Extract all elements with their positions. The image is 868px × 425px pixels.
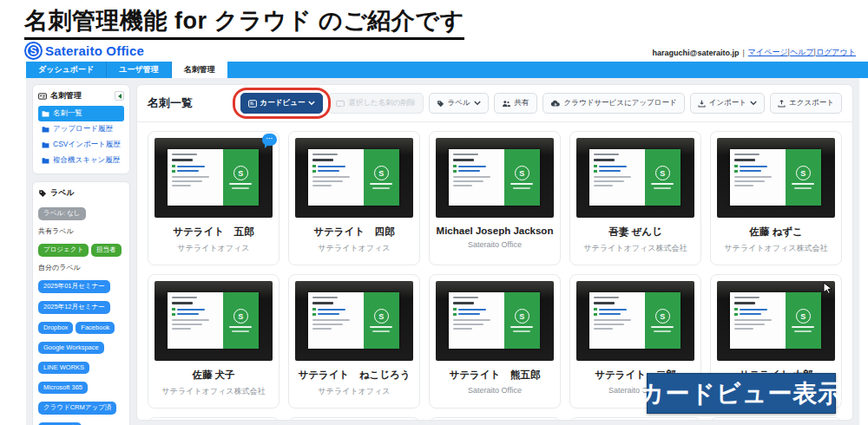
main-panel: 名刺一覧 カードビュー [136,84,853,421]
card-name: サテライト ねこじろう [295,369,413,382]
sidebar-item[interactable]: 複合機スキャン履歴 [38,153,124,168]
card-company: サテライトオフィス株式会社 [576,243,694,254]
card-company: サテライトオフィス [155,243,273,254]
toolbar: カードビュー 選択した名刺の削除 ラベル [240,93,842,114]
own-labels-heading: 自分のラベル [38,263,124,272]
card-tile[interactable]: S [710,417,842,421]
card-tile[interactable]: S··· [288,417,420,421]
card-company: Sateraito Office [436,240,554,249]
card-company: サテライトオフィス [295,386,413,397]
card-company: Sateraito Office [436,386,554,395]
own-label-chip[interactable]: Google Workspace [38,342,104,354]
card-view-button[interactable]: カードビュー [240,93,324,114]
export-button[interactable]: エクスポート [770,93,842,114]
business-card-image: S [155,281,273,361]
sidebar-item-label: アップロード履歴 [53,124,113,134]
header-link[interactable]: マイページ [748,48,788,56]
own-label-chip[interactable]: クラウドCRMアップ済 [38,402,116,415]
card-name: 佐藤 犬子 [155,369,273,382]
business-card-image: S [436,281,554,361]
share-button[interactable]: 共有 [494,93,537,114]
nav-tab[interactable]: ダッシュボード [26,62,107,78]
import-button[interactable]: インポート [690,93,765,114]
user-email: haraguchi@sateraito.jp [653,49,740,57]
import-icon [698,100,706,108]
business-card-image: S [295,138,413,218]
chevron-down-icon [750,101,757,106]
card-tile[interactable]: Sサテライト 四郎サテライトオフィス [288,131,420,265]
users-icon [502,100,511,108]
card-tile[interactable]: S [148,417,279,421]
card-tile[interactable]: S··· [429,417,561,421]
card-tile[interactable]: S··· [569,417,701,421]
own-label-chip[interactable]: Facebook [76,322,115,334]
business-card-image: S [717,281,835,361]
sidebar-item[interactable]: 名刺一覧 [38,106,124,121]
cloud-upload-button[interactable]: クラウドサービスにアップロード [542,93,685,114]
header-link[interactable]: ログアウト [816,48,856,56]
card-company: サテライトオフィス [295,243,413,254]
tag-icon [38,189,47,198]
card-tile[interactable]: SMichael Joseph JacksonSateraito Office [429,131,561,265]
chevron-down-icon [474,101,481,106]
chat-bubble-icon[interactable]: ··· [684,420,699,421]
shared-label-chip[interactable]: プロジェクト [38,244,89,257]
sidebar-menu-title: 名刺管理 [50,90,82,101]
card-tile[interactable]: S佐藤 犬子サテライトオフィス株式会社 [148,274,279,409]
card-view-icon [248,100,257,108]
label-button[interactable]: ラベル [429,93,489,114]
shared-labels-heading: 共有ラベル [38,226,124,236]
sidebar-item[interactable]: CSVインポート履歴 [38,137,124,153]
contact-card-icon [38,92,47,101]
card-company: サテライトオフィス株式会社 [155,386,273,397]
chat-bubble-icon[interactable]: ··· [403,420,418,421]
business-card-image: S [717,138,835,218]
card-name: 佐藤 ねずこ [717,226,835,239]
card-tile[interactable]: S吾妻 ぜんじサテライトオフィス株式会社 [569,131,701,265]
business-card-image: S [436,138,554,218]
chat-bubble-icon[interactable]: ··· [262,134,277,146]
nav-tab[interactable]: 名刺管理 [172,62,227,78]
sidebar-item[interactable]: アップロード履歴 [38,121,124,137]
folder-icon [42,126,49,133]
sidebar-labels-panel: ラベル ラベル: なし 共有ラベル プロジェクト担当者 自分のラベル 2025年… [32,181,130,425]
label-chip-none[interactable]: ラベル: なし [38,207,86,220]
export-icon [778,100,786,108]
delete-card-icon [336,100,345,108]
business-card-image: S [576,138,694,218]
card-name: Michael Joseph Jackson [436,226,554,236]
own-label-chip[interactable]: 2025年12月セミナー [38,301,110,314]
own-label-chip[interactable]: Microsoft 365 [38,382,88,394]
own-label-chip[interactable]: Dropbox [38,322,73,334]
sateraito-logo: S Sateraito Office [26,43,144,58]
card-tile[interactable]: S佐藤 ねずこサテライトオフィス株式会社 [710,131,842,265]
business-card-image: S [295,281,413,361]
red-annotation-oval: カードビュー [240,93,324,114]
page-heading: 名刺一覧 [148,95,193,111]
main-navbar: ダッシュボードユーザ管理名刺管理 [26,62,868,78]
business-card-image: S [155,138,273,218]
logo-s-icon: S [26,43,41,58]
sidebar-item-label: 名刺一覧 [53,108,82,119]
collapse-sidebar-button[interactable] [115,91,124,101]
page-title: 名刺管理機能 for クラウド のご紹介です [24,5,868,40]
separator: | [742,49,744,57]
card-name: サテライト 五郎 [155,226,273,239]
card-view-banner: カードビュー表示 [647,373,836,414]
shared-label-chip[interactable]: 担当者 [91,244,122,257]
chat-bubble-icon[interactable]: ··· [543,420,558,421]
folder-icon [42,157,49,164]
folder-icon [42,110,49,117]
card-tile[interactable]: Sサテライト 熊五郎Sateraito Office [429,274,561,409]
own-label-chip[interactable]: 2025年01月セミナー [38,280,110,293]
app-header: S Sateraito Office haraguchi@sateraito.j… [26,43,856,58]
user-links: マイページ|ヘルプ|ログアウト [748,47,856,58]
header-link[interactable]: ヘルプ [790,48,814,56]
delete-selected-button: 選択した名刺の削除 [328,93,423,114]
card-tile[interactable]: S···サテライト 五郎サテライトオフィス [148,131,279,265]
logo-text: Sateraito Office [45,43,144,58]
card-tile[interactable]: Sサテライト ねこじろうサテライトオフィス [288,274,420,409]
own-label-chip[interactable]: LINE WORKS [38,362,89,374]
nav-tab[interactable]: ユーザ管理 [107,62,171,78]
chevron-down-icon [308,101,315,106]
